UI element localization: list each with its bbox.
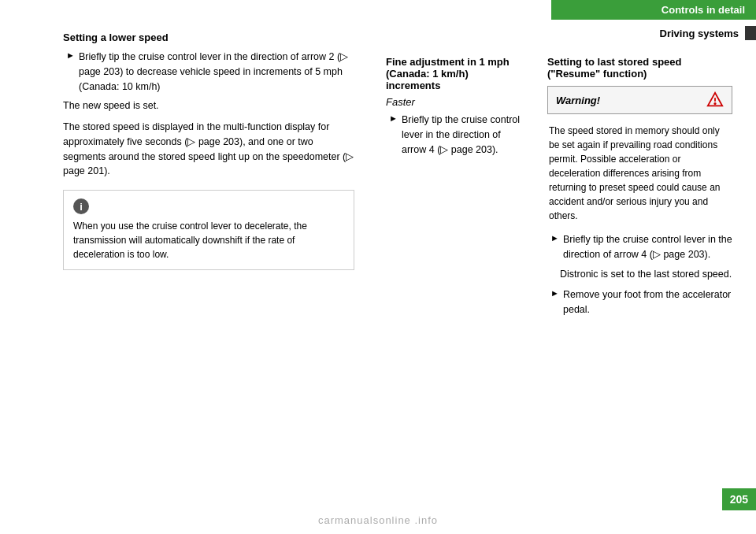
distronic-text: Distronic is set to the last stored spee… [547, 267, 732, 282]
bullet-arrow-icon-4: ► [550, 287, 563, 317]
fine-bullet1: ► Briefly tip the cruise control lever i… [386, 113, 524, 157]
left-column: Setting a lower speed ► Briefly tip the … [0, 0, 378, 534]
watermark: carmanualsonline .info [318, 514, 438, 526]
faster-label: Faster [386, 96, 524, 108]
resume-bullet2-text: Remove your foot from the accelerator pe… [563, 287, 732, 317]
warning-label: Warning! [556, 95, 600, 106]
info-box-text: When you use the cruise control lever to… [73, 219, 344, 261]
fine-adjustment-heading: Fine adjustment in 1 mph (Canada: 1 km/h… [386, 56, 524, 91]
controls-in-detail-bar: Controls in detail [551, 0, 756, 20]
right-side: Controls in detail Driving systems Fine … [378, 0, 756, 534]
info-box: i When you use the cruise control lever … [63, 190, 354, 270]
resume-bullet1-text: Briefly tip the cruise control lever in … [563, 232, 732, 262]
page-number-badge: 205 [722, 488, 756, 510]
warning-triangle-icon [706, 91, 724, 109]
warning-content: The speed stored in memory should only b… [547, 124, 732, 223]
lower-speed-heading: Setting a lower speed [63, 32, 354, 43]
driving-systems-block-icon [745, 26, 756, 40]
bullet-arrow-icon-3: ► [550, 232, 563, 262]
lower-speed-bullet1: ► Briefly tip the cruise control lever i… [63, 50, 354, 94]
svg-point-1 [714, 103, 715, 104]
warning-box: Warning! [547, 86, 732, 114]
resume-heading: Setting to last stored speed ("Resume" f… [547, 56, 732, 80]
resume-bullet1: ► Briefly tip the cruise control lever i… [547, 232, 732, 262]
resume-bullet2: ► Remove your foot from the accelerator … [547, 287, 732, 317]
content-columns: Fine adjustment in 1 mph (Canada: 1 km/h… [378, 56, 756, 534]
lower-speed-bullet1-text: Briefly tip the cruise control lever in … [79, 50, 354, 94]
fine-bullet1-text: Briefly tip the cruise control lever in … [402, 113, 524, 157]
resume-column: Setting to last stored speed ("Resume" f… [536, 56, 740, 534]
bullet-arrow-icon: ► [66, 50, 79, 94]
info-icon: i [73, 198, 89, 214]
bullet-arrow-icon-2: ► [389, 113, 402, 157]
header-area: Controls in detail [378, 0, 756, 20]
driving-systems-bar: Driving systems [378, 26, 756, 40]
stored-speed-text: The stored speed is displayed in the mul… [63, 120, 354, 179]
driving-systems-text: Driving systems [660, 28, 739, 39]
page-container: Setting a lower speed ► Briefly tip the … [0, 0, 756, 534]
new-speed-text: The new speed is set. [63, 98, 354, 113]
middle-column: Fine adjustment in 1 mph (Canada: 1 km/h… [378, 56, 536, 534]
